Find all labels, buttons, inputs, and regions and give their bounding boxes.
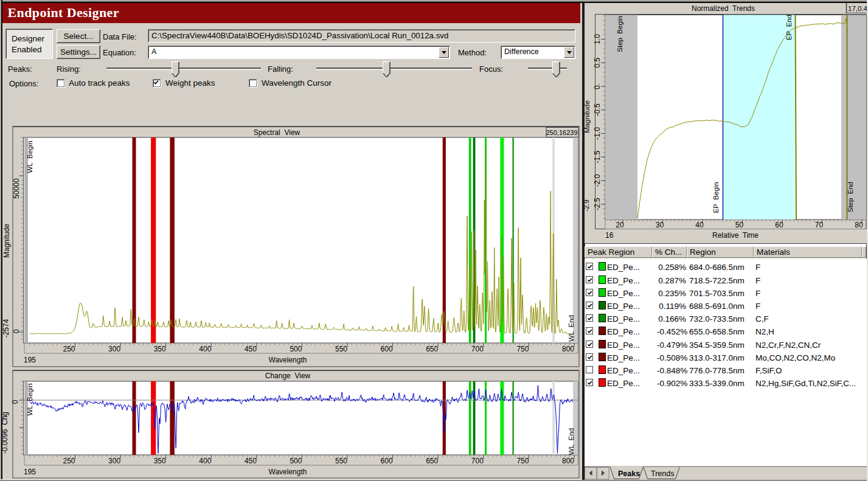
svg-text:800: 800 — [562, 345, 574, 353]
svg-text:50000: 50000 — [12, 178, 21, 199]
svg-text:195: 195 — [24, 468, 36, 476]
svg-text:350: 350 — [154, 345, 166, 353]
svg-text:EP End: EP End — [785, 15, 793, 40]
svg-text:Step Begin: Step Begin — [616, 16, 623, 52]
svg-text:400: 400 — [199, 345, 211, 353]
svg-text:Wavelength: Wavelength — [269, 356, 307, 364]
svg-text:-1.0: -1.0 — [593, 127, 602, 140]
svg-text:300: 300 — [108, 457, 120, 465]
svg-text:500: 500 — [290, 457, 302, 465]
svg-text:0: 0 — [12, 329, 21, 333]
svg-text:-2574: -2574 — [2, 319, 10, 337]
svg-text:80: 80 — [855, 221, 863, 229]
svg-text:Wavelength: Wavelength — [269, 468, 307, 476]
svg-text:Change View: Change View — [265, 372, 311, 380]
svg-text:700: 700 — [471, 457, 484, 465]
svg-text:600: 600 — [381, 457, 393, 465]
svg-text:600: 600 — [381, 345, 393, 353]
svg-text:-0.0096: -0.0096 — [2, 429, 9, 454]
svg-text:0.5: 0.5 — [593, 58, 602, 68]
svg-text:Spectral View: Spectral View — [254, 128, 300, 137]
svg-text:Normalized Trends: Normalized Trends — [692, 4, 755, 13]
svg-text:16: 16 — [605, 231, 614, 240]
svg-text:70: 70 — [815, 221, 824, 229]
svg-text:WL Begin: WL Begin — [26, 140, 33, 173]
svg-text:WL Begin: WL Begin — [26, 383, 33, 415]
svg-text:1.0: 1.0 — [593, 34, 602, 44]
svg-text:350: 350 — [154, 457, 166, 465]
svg-text:17,0.4: 17,0.4 — [848, 5, 868, 12]
svg-text:-2.5: -2.5 — [593, 198, 602, 210]
svg-text:195: 195 — [24, 356, 36, 364]
svg-text:EP Begin: EP Begin — [712, 182, 720, 213]
svg-text:550: 550 — [335, 345, 347, 353]
svg-text:250: 250 — [63, 457, 75, 465]
svg-text:450: 450 — [245, 457, 257, 465]
svg-text:50: 50 — [735, 221, 744, 229]
svg-text:Relative Time: Relative Time — [712, 231, 759, 240]
svg-text:250: 250 — [63, 345, 75, 353]
svg-text:Magnitude: Magnitude — [585, 100, 591, 133]
svg-text:Peaks: Peaks — [618, 469, 640, 478]
svg-text:650: 650 — [426, 457, 438, 465]
svg-text:-0.5: -0.5 — [593, 103, 602, 116]
svg-text:-2.0: -2.0 — [593, 174, 602, 187]
svg-text:300: 300 — [108, 345, 120, 353]
svg-text:500: 500 — [290, 345, 302, 353]
svg-text:Step End: Step End — [847, 182, 854, 213]
svg-text:750: 750 — [516, 457, 529, 465]
svg-text:60: 60 — [775, 221, 783, 229]
svg-text:-2.9: -2.9 — [585, 199, 590, 212]
svg-text:30: 30 — [656, 221, 664, 229]
svg-text:Chg: Chg — [2, 412, 9, 425]
svg-text:Trends: Trends — [651, 469, 674, 478]
svg-text:20: 20 — [616, 221, 624, 229]
svg-text:WL End: WL End — [568, 315, 575, 342]
svg-text:-1.5: -1.5 — [593, 151, 602, 164]
svg-text:250,16239: 250,16239 — [546, 129, 578, 136]
svg-text:650: 650 — [426, 345, 438, 353]
svg-text:0.: 0. — [593, 83, 602, 89]
svg-text:700: 700 — [471, 345, 484, 353]
svg-text:0: 0 — [11, 400, 19, 404]
svg-text:750: 750 — [516, 345, 529, 353]
svg-text:Magnitude: Magnitude — [2, 224, 11, 258]
svg-text:550: 550 — [335, 457, 347, 465]
svg-text:800: 800 — [562, 457, 574, 465]
svg-text:450: 450 — [245, 345, 257, 353]
svg-text:400: 400 — [199, 457, 211, 465]
svg-text:40: 40 — [695, 221, 704, 229]
svg-text:WL End: WL End — [568, 428, 575, 455]
